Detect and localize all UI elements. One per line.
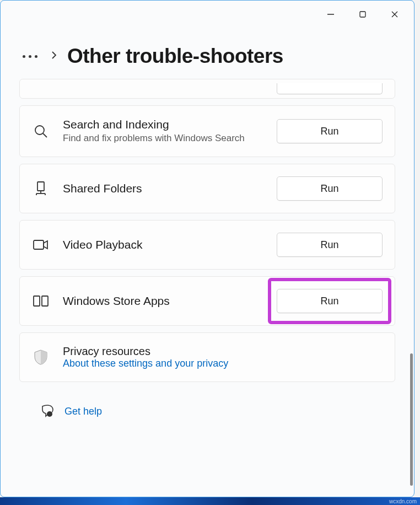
- svg-rect-11: [34, 240, 44, 249]
- run-button[interactable]: Run: [277, 289, 383, 313]
- svg-rect-1: [360, 12, 365, 17]
- watermark: wcxdn.com: [389, 498, 417, 504]
- search-icon: [32, 123, 50, 139]
- taskbar: [0, 497, 420, 505]
- card-text: Shared Folders: [63, 182, 263, 195]
- card-desc: Find and fix problems with Windows Searc…: [63, 132, 263, 144]
- card-title: Video Playback: [63, 238, 263, 251]
- card-text: Video Playback: [63, 238, 263, 251]
- run-button-partial[interactable]: [277, 83, 383, 94]
- minimize-button[interactable]: [315, 2, 347, 26]
- troubleshooter-card-search: Search and Indexing Find and fix problem…: [19, 105, 395, 157]
- run-button[interactable]: Run: [277, 119, 383, 143]
- apps-icon: [32, 295, 50, 307]
- troubleshooter-card-store-apps: Windows Store Apps Run: [19, 276, 395, 326]
- maximize-button[interactable]: [347, 2, 379, 26]
- shared-folders-icon: [32, 180, 50, 197]
- chevron-right-icon: [51, 51, 57, 62]
- svg-rect-6: [37, 182, 44, 191]
- svg-line-5: [43, 133, 47, 137]
- more-icon[interactable]: [19, 52, 41, 61]
- page-title: Other trouble-shooters: [67, 45, 283, 68]
- card-text: Search and Indexing Find and fix problem…: [63, 118, 263, 144]
- highlight-box: Run: [268, 278, 391, 324]
- card-title: Shared Folders: [63, 182, 263, 195]
- close-button[interactable]: [379, 2, 411, 26]
- scrollbar[interactable]: [408, 94, 413, 486]
- card-text: Privacy resources About these settings a…: [63, 345, 383, 369]
- svg-marker-12: [44, 241, 47, 249]
- titlebar: [1, 1, 414, 28]
- shield-icon: [32, 349, 50, 366]
- run-button[interactable]: Run: [277, 176, 383, 201]
- get-help-row[interactable]: ? Get help: [19, 389, 395, 435]
- troubleshooter-card-video: Video Playback Run: [19, 220, 395, 270]
- troubleshooter-card-partial: [19, 79, 395, 99]
- card-text: Windows Store Apps: [63, 294, 255, 308]
- header: Other trouble-shooters: [1, 28, 414, 79]
- svg-rect-13: [34, 296, 40, 306]
- svg-rect-14: [42, 296, 48, 306]
- scroll-thumb[interactable]: [410, 353, 413, 486]
- help-icon: ?: [40, 404, 55, 418]
- card-title: Search and Indexing: [63, 118, 263, 131]
- svg-point-4: [35, 126, 44, 135]
- privacy-card: Privacy resources About these settings a…: [19, 332, 395, 382]
- privacy-title: Privacy resources: [63, 345, 383, 358]
- content-area: Search and Indexing Find and fix problem…: [1, 79, 414, 497]
- troubleshooter-card-shared-folders: Shared Folders Run: [19, 164, 395, 213]
- video-icon: [32, 238, 50, 251]
- privacy-link[interactable]: About these settings and your privacy: [63, 358, 383, 369]
- run-button[interactable]: Run: [277, 233, 383, 257]
- settings-window: Other trouble-shooters Search and Indexi…: [0, 0, 414, 497]
- get-help-link[interactable]: Get help: [64, 406, 102, 417]
- card-title: Windows Store Apps: [63, 294, 255, 308]
- svg-text:?: ?: [49, 412, 51, 416]
